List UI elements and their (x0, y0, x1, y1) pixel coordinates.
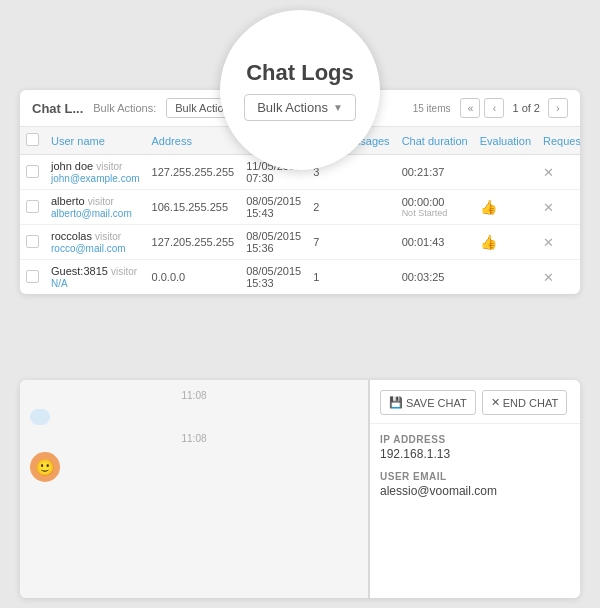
row-duration: 00:01:43 (396, 225, 474, 260)
chat-logs-circle: Chat Logs Bulk Actions ▼ (220, 10, 380, 170)
first-page-button[interactable]: « (460, 98, 480, 118)
ip-value: 192.168.1.13 (380, 447, 570, 461)
row-user: alberto visitor alberto@mail.com (45, 190, 146, 225)
row-messages: 2 (307, 190, 395, 225)
right-panel: 💾 SAVE CHAT ✕ END CHAT IP ADDRESS 192.16… (370, 380, 580, 598)
chat-area: 11:08 11:08 🙂 (20, 380, 370, 598)
table-row: alberto visitor alberto@mail.com 106.15.… (20, 190, 580, 225)
avatar: 🙂 (30, 452, 60, 482)
save-chat-button[interactable]: 💾 SAVE CHAT (380, 390, 476, 415)
bottom-card: 11:08 11:08 🙂 💾 SAVE CHAT ✕ END CHAT IP … (20, 380, 580, 598)
row-checkbox[interactable] (20, 225, 45, 260)
table-row: roccolas visitor rocco@mail.com 127.205.… (20, 225, 580, 260)
row-duration: 00:00:00Not Started (396, 190, 474, 225)
row-address: 106.15.255.255 (146, 190, 241, 225)
ip-info: IP ADDRESS 192.168.1.13 (380, 434, 570, 461)
action-buttons: 💾 SAVE CHAT ✕ END CHAT (370, 380, 580, 424)
evaluation-cell: 👍 (474, 190, 537, 225)
row-checkbox[interactable] (20, 155, 45, 190)
user-info-panel: IP ADDRESS 192.168.1.13 USER EMAIL aless… (370, 424, 580, 508)
select-all-checkbox-header[interactable] (20, 127, 45, 155)
row-date: 08/05/201515:43 (240, 190, 307, 225)
row-delete[interactable]: ✕ (537, 155, 580, 190)
next-page-button[interactable]: › (548, 98, 568, 118)
evaluation-cell: 👍 (474, 225, 537, 260)
save-icon: 💾 (389, 396, 403, 409)
row-messages: 7 (307, 225, 395, 260)
bulk-actions-label: Bulk Actions: (93, 102, 156, 114)
row-delete[interactable]: ✕ (537, 190, 580, 225)
end-chat-button[interactable]: ✕ END CHAT (482, 390, 567, 415)
card-header-title: Chat L... (32, 101, 83, 116)
row-address: 0.0.0.0 (146, 260, 241, 295)
prev-page-button[interactable]: ‹ (484, 98, 504, 118)
email-value: alessio@voomail.com (380, 484, 570, 498)
close-icon: ✕ (491, 396, 500, 409)
chat-bubble-with-avatar: 🙂 (30, 452, 358, 482)
chat-messages: 11:08 11:08 🙂 (20, 380, 368, 598)
row-delete[interactable]: ✕ (537, 260, 580, 295)
chat-logs-heading: Chat Logs (246, 60, 354, 86)
items-info: 15 items (413, 103, 451, 114)
row-delete[interactable]: ✕ (537, 225, 580, 260)
row-date: 08/05/201515:33 (240, 260, 307, 295)
row-duration: 00:03:25 (396, 260, 474, 295)
ip-label: IP ADDRESS (380, 434, 570, 445)
timestamp-2: 11:08 (30, 433, 358, 444)
pagination: 15 items « ‹ 1 of 2 › (413, 98, 568, 118)
dropdown-arrow-icon: ▼ (333, 102, 343, 113)
col-duration: Chat duration (396, 127, 474, 155)
row-address: 127.205.255.255 (146, 225, 241, 260)
bulk-actions-button[interactable]: Bulk Actions ▼ (244, 94, 356, 121)
email-info: USER EMAIL alessio@voomail.com (380, 471, 570, 498)
col-address: Address (146, 127, 241, 155)
row-checkbox[interactable] (20, 190, 45, 225)
evaluation-cell (474, 155, 537, 190)
row-user: john doe visitor john@example.com (45, 155, 146, 190)
row-messages: 1 (307, 260, 395, 295)
row-address: 127.255.255.255 (146, 155, 241, 190)
timestamp-1: 11:08 (30, 390, 358, 401)
table-row: Guest:3815 visitor N/A 0.0.0.0 08/05/201… (20, 260, 580, 295)
row-date: 08/05/201515:36 (240, 225, 307, 260)
row-duration: 00:21:37 (396, 155, 474, 190)
page-indicator: 1 of 2 (508, 102, 544, 114)
row-checkbox[interactable] (20, 260, 45, 295)
email-label: USER EMAIL (380, 471, 570, 482)
col-request-copy: Request Copy (537, 127, 580, 155)
col-evaluation: Evaluation (474, 127, 537, 155)
evaluation-cell (474, 260, 537, 295)
row-user: roccolas visitor rocco@mail.com (45, 225, 146, 260)
row-user: Guest:3815 visitor N/A (45, 260, 146, 295)
chat-bubble-1 (30, 409, 50, 425)
col-username: User name (45, 127, 146, 155)
